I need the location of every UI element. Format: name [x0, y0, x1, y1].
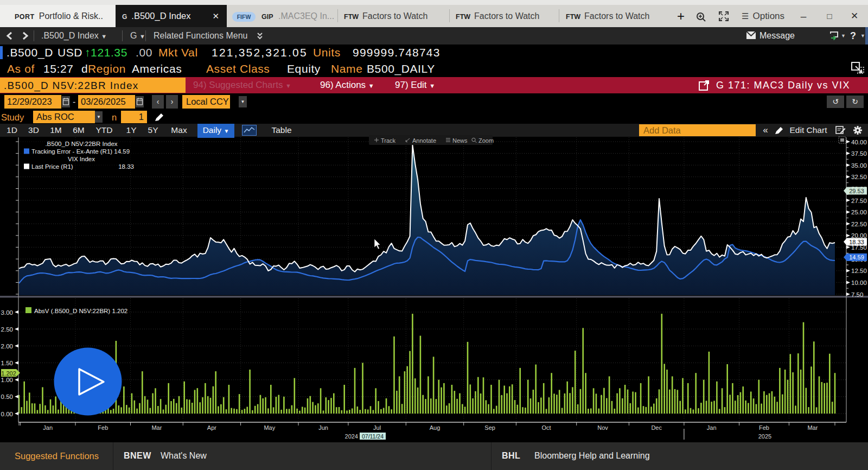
svg-text:14.59: 14.59 [849, 254, 864, 261]
svg-text:Aug: Aug [430, 424, 441, 431]
svg-text:Annotate: Annotate [412, 137, 436, 144]
svg-text:0.00: 0.00 [1, 411, 13, 417]
svg-text:18.33: 18.33 [849, 239, 864, 245]
svg-text:1.202: 1.202 [1, 370, 16, 377]
svg-text:Track: Track [381, 137, 396, 144]
svg-text:0.50: 0.50 [1, 393, 13, 400]
svg-text:News: News [452, 137, 468, 144]
svg-text:10.00: 10.00 [851, 280, 867, 286]
svg-text:Jul: Jul [373, 424, 381, 431]
svg-text:22.50: 22.50 [851, 221, 867, 227]
svg-text:40.00: 40.00 [851, 139, 867, 145]
svg-text:2024: 2024 [345, 433, 358, 440]
svg-text:12.50: 12.50 [851, 268, 867, 274]
svg-text:VIX Index: VIX Index [68, 156, 95, 162]
svg-text:07/11/24: 07/11/24 [362, 433, 384, 440]
svg-text:Mar: Mar [807, 424, 818, 431]
svg-text:3.00: 3.00 [1, 309, 13, 316]
svg-text:7.50: 7.50 [851, 291, 863, 298]
svg-text:Feb: Feb [98, 424, 108, 431]
svg-text:32.50: 32.50 [851, 174, 867, 180]
svg-text:Oct: Oct [541, 424, 551, 431]
svg-text:Mar: Mar [151, 424, 162, 431]
svg-text:18.33: 18.33 [118, 163, 134, 170]
svg-text:1.00: 1.00 [1, 377, 13, 383]
svg-text:Nov: Nov [597, 424, 608, 431]
svg-text:2025: 2025 [758, 433, 771, 440]
svg-text:Sep: Sep [484, 424, 495, 431]
svg-text:29.53: 29.53 [849, 188, 864, 194]
svg-text:Jan: Jan [43, 424, 53, 431]
svg-text:2.00: 2.00 [1, 343, 13, 350]
svg-text:.B500_D N5V:22BR Index: .B500_D N5V:22BR Index [45, 141, 117, 147]
svg-text:27.50: 27.50 [851, 198, 867, 204]
svg-text:Apr: Apr [207, 424, 216, 431]
svg-text:Tracking Error - Ex-Ante (R1): Tracking Error - Ex-Ante (R1) 14.59 [31, 148, 130, 155]
svg-text:Jan: Jan [707, 424, 717, 431]
svg-text:Jun: Jun [318, 424, 328, 431]
svg-text:AbsV (.B500_D N5V:22BR) 1.202: AbsV (.B500_D N5V:22BR) 1.202 [34, 308, 127, 314]
svg-text:35.00: 35.00 [851, 162, 867, 169]
svg-text:1.50: 1.50 [1, 360, 13, 366]
svg-text:2.50: 2.50 [1, 326, 13, 333]
svg-text:Feb: Feb [759, 424, 769, 431]
svg-text:Last Price (R1): Last Price (R1) [31, 163, 73, 170]
svg-text:May: May [264, 424, 275, 431]
svg-text:25.00: 25.00 [851, 209, 867, 215]
svg-text:Dec: Dec [651, 424, 662, 431]
svg-text:37.50: 37.50 [851, 150, 867, 157]
svg-text:Zoom: Zoom [478, 137, 494, 144]
